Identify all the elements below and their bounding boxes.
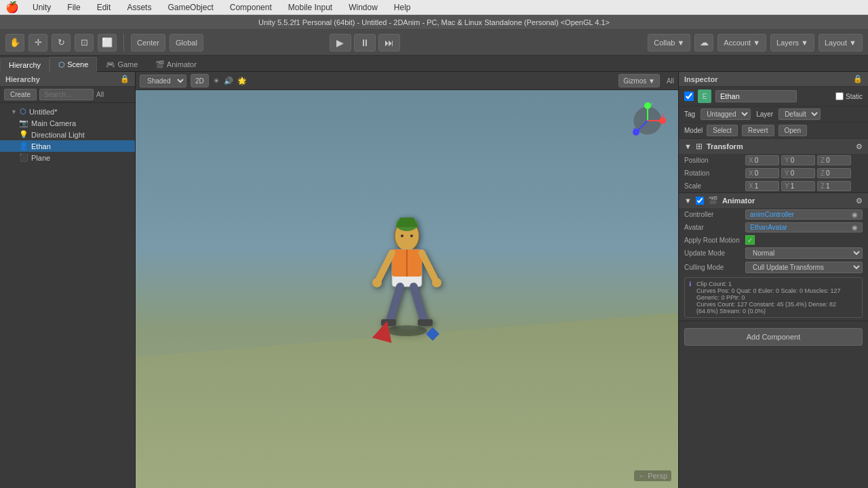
right-controls: Collab ▼ ☁ Account ▼ Layers ▼ Layout ▼ xyxy=(648,34,863,52)
transform-settings-icon[interactable]: ⚙ xyxy=(856,142,863,151)
viewport-gizmo[interactable]: X Y Z xyxy=(627,100,668,141)
hierarchy-item-ethan[interactable]: 👤 Ethan xyxy=(0,140,135,152)
step-button[interactable]: ⏭ xyxy=(378,34,400,52)
object-name-field[interactable] xyxy=(715,90,797,102)
inspector-title: Inspector xyxy=(684,75,718,83)
center-toggle[interactable]: Center xyxy=(131,34,165,52)
model-open-button[interactable]: Open xyxy=(778,125,807,136)
avatar-label: Avatar xyxy=(684,224,745,231)
menu-assets[interactable]: Assets xyxy=(124,1,154,14)
inspector-lock-icon[interactable]: 🔒 xyxy=(853,75,863,83)
tag-layer-row: Tag Untagged Layer Default xyxy=(679,106,868,123)
tag-dropdown[interactable]: Untagged xyxy=(701,108,751,120)
all-filter[interactable]: All xyxy=(96,91,104,98)
scene-object-icon: ⬡ xyxy=(20,107,26,116)
rotation-y-field[interactable]: Y0 xyxy=(781,168,815,178)
avatar-field[interactable]: EthanAvatar ◉ xyxy=(745,222,863,232)
hierarchy-item-main-camera[interactable]: 📷 Main Camera xyxy=(0,117,135,129)
update-mode-dropdown[interactable]: Normal xyxy=(745,247,863,259)
animator-collapse-icon: ▼ xyxy=(684,197,692,205)
layer-dropdown[interactable]: Default xyxy=(778,108,821,120)
animator-enabled-checkbox[interactable] xyxy=(696,197,704,205)
transform-collapse-icon: ▼ xyxy=(684,142,692,150)
object-enabled-checkbox[interactable] xyxy=(684,92,694,101)
menu-edit[interactable]: Edit xyxy=(94,1,114,14)
move-tool[interactable]: ✛ xyxy=(28,34,47,52)
svg-line-4 xyxy=(378,253,392,280)
tab-game[interactable]: 🎮 Game xyxy=(97,57,146,72)
scale-x-field[interactable]: X1 xyxy=(745,181,779,191)
hierarchy-item-directional-light[interactable]: 💡 Directional Light xyxy=(0,129,135,140)
tabs-row: Hierarchy ⬡ Scene 🎮 Game 🎬 Animator xyxy=(0,56,868,72)
scene-viewport[interactable]: X Y Z ← Persp xyxy=(136,90,678,488)
2d-toggle[interactable]: 2D xyxy=(191,74,209,87)
rect-tool[interactable]: ⬜ xyxy=(98,34,117,52)
cloud-button[interactable]: ☁ xyxy=(694,34,713,52)
hierarchy-create-button[interactable]: Create xyxy=(4,89,37,100)
scale-y-field[interactable]: Y1 xyxy=(781,181,815,191)
game-icon: 🎮 xyxy=(106,60,115,68)
position-z-field[interactable]: Z0 xyxy=(817,155,851,165)
shading-dropdown[interactable]: Shaded xyxy=(140,75,186,87)
center-label: Center xyxy=(137,39,159,47)
hand-tool[interactable]: ✋ xyxy=(5,34,24,52)
controller-field[interactable]: animController ◉ xyxy=(745,209,863,220)
play-button[interactable]: ▶ xyxy=(330,34,351,52)
menu-help[interactable]: Help xyxy=(391,1,414,14)
animator-title: Animator xyxy=(722,197,755,205)
avatar-dot-icon[interactable]: ◉ xyxy=(852,224,858,231)
camera-name: Main Camera xyxy=(31,119,76,127)
rotation-row: Rotation X0 Y0 Z0 xyxy=(679,167,868,180)
hierarchy-tree: ▼ ⬡ Untitled* 📷 Main Camera 💡 Directiona… xyxy=(0,103,135,488)
rotation-z-field[interactable]: Z0 xyxy=(817,168,851,178)
controller-row: Controller animController ◉ xyxy=(679,208,868,221)
pause-button[interactable]: ⏸ xyxy=(354,34,376,52)
hierarchy-lock-icon[interactable]: 🔒 xyxy=(120,75,130,83)
static-label: Static xyxy=(846,93,863,100)
animator-settings-icon[interactable]: ⚙ xyxy=(856,197,863,205)
account-button[interactable]: Account ▼ xyxy=(717,34,766,52)
culling-mode-dropdown[interactable]: Cull Update Transforms xyxy=(745,262,863,273)
scene-audio-icon[interactable]: 🔊 xyxy=(224,77,233,85)
global-toggle[interactable]: Global xyxy=(170,34,203,52)
menu-file[interactable]: File xyxy=(64,1,83,14)
hierarchy-item-untitled[interactable]: ▼ ⬡ Untitled* xyxy=(0,106,135,117)
tab-scene[interactable]: ⬡ Scene xyxy=(50,57,97,72)
animator-header[interactable]: ▼ 🎬 Animator ⚙ xyxy=(679,193,868,208)
collab-button[interactable]: Collab ▼ xyxy=(648,34,690,52)
menu-unity[interactable]: Unity xyxy=(30,1,54,14)
rotate-tool[interactable]: ↻ xyxy=(52,34,71,52)
scale-z-field[interactable]: Z1 xyxy=(817,181,851,191)
gizmos-dropdown[interactable]: Gizmos ▼ xyxy=(618,74,660,87)
menu-mobile-input[interactable]: Mobile Input xyxy=(285,1,335,14)
static-toggle[interactable]: Static xyxy=(835,92,863,100)
menu-gameobject[interactable]: GameObject xyxy=(165,1,216,14)
rotation-x-field[interactable]: X0 xyxy=(745,168,779,178)
scene-effects-icon[interactable]: 🌟 xyxy=(237,77,247,85)
scene-lighting-icon[interactable]: ☀ xyxy=(213,77,220,85)
tab-hierarchy[interactable]: Hierarchy xyxy=(0,58,50,72)
collab-label: Collab ▼ xyxy=(654,39,684,47)
transform-header[interactable]: ▼ ⊞ Transform ⚙ xyxy=(679,139,868,154)
scene-icon: ⬡ xyxy=(58,60,65,68)
add-component-button[interactable]: Add Component xyxy=(684,328,863,346)
svg-rect-9 xyxy=(381,319,396,326)
scale-tool[interactable]: ⊡ xyxy=(75,34,94,52)
controller-dot-icon[interactable]: ◉ xyxy=(852,211,858,218)
menu-window[interactable]: Window xyxy=(346,1,380,14)
menu-component[interactable]: Component xyxy=(227,1,275,14)
position-y-field[interactable]: Y0 xyxy=(781,155,815,165)
model-select-button[interactable]: Select xyxy=(707,125,738,136)
model-revert-button[interactable]: Revert xyxy=(742,125,774,136)
apply-root-motion-checkbox[interactable]: ✓ xyxy=(745,235,755,245)
hierarchy-item-plane[interactable]: ⬛ Plane xyxy=(0,152,135,163)
layout-button[interactable]: Layout ▼ xyxy=(818,34,863,52)
animator-icon: 🎬 xyxy=(708,196,718,205)
apple-menu[interactable]: 🍎 xyxy=(5,1,19,14)
light-name: Directional Light xyxy=(31,131,85,139)
layers-button[interactable]: Layers ▼ xyxy=(770,34,814,52)
position-x-field[interactable]: X0 xyxy=(745,155,779,165)
tab-animator[interactable]: 🎬 Animator xyxy=(146,57,205,72)
tag-label: Tag xyxy=(684,110,695,118)
hierarchy-search-input[interactable] xyxy=(39,89,94,100)
